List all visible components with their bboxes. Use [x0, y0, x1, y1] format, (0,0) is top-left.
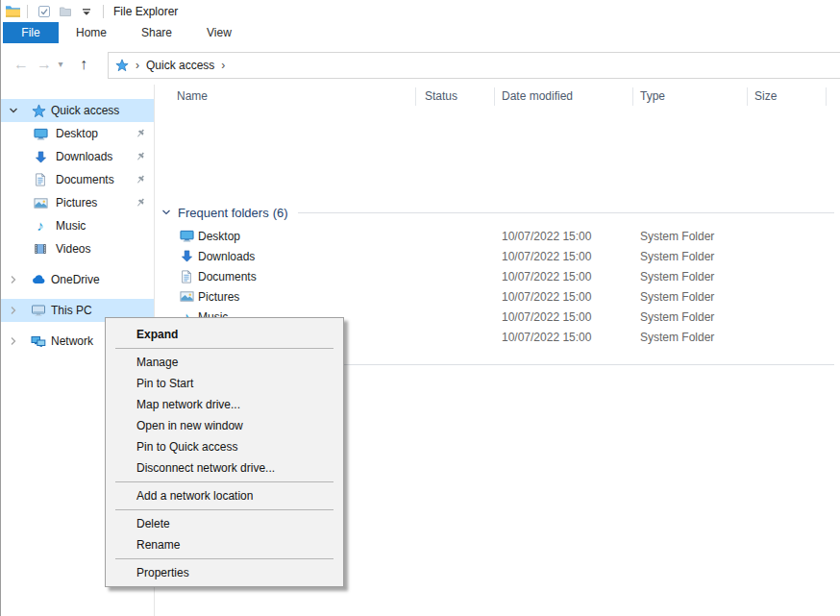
sidebar-item-music[interactable]: ♪ Music — [1, 214, 154, 237]
sidebar-item-label: Videos — [56, 242, 90, 256]
pin-icon — [135, 128, 146, 139]
sidebar-item-pictures[interactable]: Pictures — [1, 191, 154, 214]
sidebar-item-label: Quick access — [51, 104, 119, 117]
onedrive-cloud-icon — [31, 272, 46, 287]
file-type: System Folder — [640, 290, 714, 304]
menu-separator — [115, 558, 334, 559]
menu-separator — [115, 348, 334, 349]
videos-icon — [33, 242, 48, 256]
group-header-frequent-folders[interactable]: Frequent folders (6) — [156, 204, 834, 221]
recent-locations-chevron-icon[interactable]: ▾ — [54, 43, 67, 85]
file-row-pictures[interactable]: Pictures 10/07/2022 15:00 System Folder — [156, 286, 840, 307]
pictures-icon — [33, 196, 48, 210]
group-rule — [298, 212, 834, 213]
sidebar-item-label: Documents — [56, 173, 114, 186]
sidebar-item-label: Music — [56, 219, 86, 233]
up-icon[interactable]: ↑ — [72, 43, 95, 85]
this-pc-icon — [31, 303, 46, 318]
date-modified: 10/07/2022 15:00 — [502, 250, 591, 263]
tab-view[interactable]: View — [189, 22, 249, 43]
date-modified: 10/07/2022 15:00 — [502, 331, 591, 344]
file-type: System Folder — [640, 250, 714, 263]
pin-icon — [135, 151, 146, 162]
music-icon: ♪ — [33, 219, 48, 233]
menu-item-add-network-location[interactable]: Add a network location — [106, 485, 343, 506]
address-bar[interactable]: › Quick access › — [108, 52, 840, 79]
sidebar-item-desktop[interactable]: Desktop — [1, 122, 154, 145]
menu-item-map-network-drive[interactable]: Map network drive... — [106, 394, 343, 415]
menu-item-properties[interactable]: Properties — [106, 562, 343, 583]
column-divider[interactable] — [632, 87, 633, 106]
sidebar-item-downloads[interactable]: Downloads — [1, 145, 154, 168]
file-name: Desktop — [198, 230, 240, 243]
group-rule — [272, 364, 834, 365]
menu-item-open-in-new-window[interactable]: Open in new window — [106, 415, 343, 436]
downloads-icon — [33, 150, 48, 164]
chevron-down-icon[interactable] — [9, 106, 20, 115]
desktop-icon — [179, 229, 194, 243]
column-header-type[interactable]: Type — [640, 89, 665, 103]
window-title: File Explorer — [113, 5, 178, 18]
column-header-size[interactable]: Size — [754, 89, 777, 103]
sidebar-item-quick-access[interactable]: Quick access — [1, 99, 154, 122]
sidebar-item-label: Downloads — [56, 150, 112, 163]
group-label: Frequent folders — [178, 206, 269, 220]
menu-item-manage[interactable]: Manage — [106, 352, 343, 373]
breadcrumb-chevron-icon[interactable]: › — [221, 59, 225, 72]
column-divider[interactable] — [826, 87, 827, 106]
file-explorer-window: File Explorer File Home Share View ← → ▾… — [0, 0, 840, 616]
divider — [27, 5, 28, 18]
tab-home[interactable]: Home — [59, 22, 124, 43]
menu-item-pin-to-start[interactable]: Pin to Start — [106, 373, 343, 394]
menu-item-rename[interactable]: Rename — [106, 534, 343, 555]
column-divider[interactable] — [415, 87, 416, 106]
quick-access-star-icon — [31, 104, 46, 118]
chevron-down-icon[interactable] — [161, 208, 171, 217]
properties-check-icon[interactable] — [35, 3, 54, 20]
file-row-downloads[interactable]: Downloads 10/07/2022 15:00 System Folder — [156, 246, 840, 266]
file-type: System Folder — [640, 331, 714, 344]
date-modified: 10/07/2022 15:00 — [502, 270, 591, 283]
menu-separator — [115, 509, 334, 510]
customize-quick-access-dropdown-icon[interactable] — [77, 3, 96, 20]
new-folder-icon[interactable] — [56, 3, 75, 20]
file-type: System Folder — [640, 310, 714, 324]
sidebar-item-onedrive[interactable]: OneDrive — [1, 268, 154, 291]
forward-icon[interactable]: → — [34, 43, 55, 85]
tab-share[interactable]: Share — [124, 22, 189, 43]
column-divider[interactable] — [494, 87, 495, 106]
tab-file[interactable]: File — [3, 22, 59, 43]
menu-item-delete[interactable]: Delete — [106, 513, 343, 534]
pin-icon — [135, 174, 146, 185]
file-type: System Folder — [640, 230, 714, 243]
sidebar-item-label: This PC — [51, 304, 92, 317]
menu-item-disconnect-network-drive[interactable]: Disconnect network drive... — [106, 457, 343, 479]
quick-access-star-icon — [115, 59, 129, 72]
sidebar-item-videos[interactable]: Videos — [1, 237, 154, 260]
breadcrumb-chevron-icon[interactable]: › — [136, 59, 139, 72]
context-menu: Expand Manage Pin to Start Map network d… — [105, 317, 344, 587]
sidebar-item-label: OneDrive — [51, 273, 100, 286]
menu-separator — [115, 481, 334, 482]
chevron-right-icon[interactable] — [9, 336, 20, 346]
chevron-right-icon[interactable] — [9, 306, 20, 315]
file-row-documents[interactable]: Documents 10/07/2022 15:00 System Folder — [156, 266, 840, 286]
column-header-name[interactable]: Name — [177, 89, 208, 103]
back-icon[interactable]: ← — [11, 43, 32, 85]
file-row-desktop[interactable]: Desktop 10/07/2022 15:00 System Folder — [156, 226, 840, 246]
pictures-icon — [179, 289, 194, 304]
date-modified: 10/07/2022 15:00 — [502, 290, 591, 304]
ribbon-tab-bar: File Home Share View — [1, 22, 840, 44]
chevron-right-icon[interactable] — [9, 275, 20, 284]
navigation-bar: ← → ▾ ↑ › Quick access › — [1, 43, 840, 85]
file-name: Documents — [198, 270, 257, 283]
column-divider[interactable] — [747, 87, 748, 106]
menu-item-pin-to-quick-access[interactable]: Pin to Quick access — [106, 436, 343, 457]
documents-icon — [33, 173, 48, 186]
column-header-status[interactable]: Status — [425, 89, 457, 103]
column-header-date-modified[interactable]: Date modified — [502, 89, 573, 103]
menu-item-expand[interactable]: Expand — [106, 324, 343, 345]
documents-icon — [179, 270, 194, 283]
breadcrumb[interactable]: Quick access — [146, 59, 214, 72]
sidebar-item-documents[interactable]: Documents — [1, 168, 154, 191]
